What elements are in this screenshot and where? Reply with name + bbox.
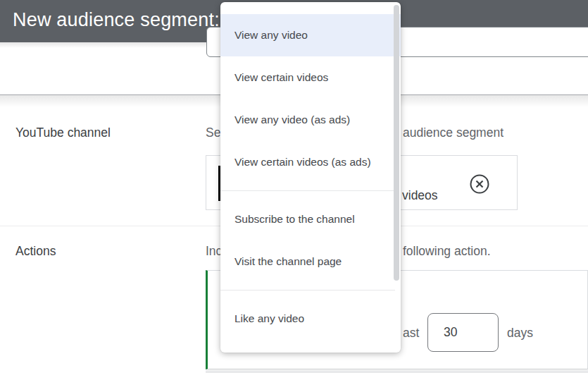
youtube-channel-label: YouTube channel <box>15 126 111 140</box>
actions-description-right: following action. <box>403 244 491 259</box>
menu-item-like-any-video[interactable]: Like any video <box>220 298 401 340</box>
menu-item-subscribe-to-channel[interactable]: Subscribe to the channel <box>220 198 401 240</box>
circle-x-icon <box>470 174 489 194</box>
menu-item-visit-channel-page[interactable]: Visit the channel page <box>220 240 401 283</box>
lookback-days-suffix: days <box>507 326 533 341</box>
menu-item-view-certain-videos[interactable]: View certain videos <box>220 56 401 99</box>
menu-item-view-any-video-as-ads[interactable]: View any video (as ads) <box>220 99 401 141</box>
dropdown-menu: View any video View certain videos View … <box>220 2 401 353</box>
menu-divider <box>220 190 395 191</box>
lookback-days-input[interactable] <box>427 313 499 352</box>
actions-description-left: Inc <box>206 244 222 259</box>
remove-videos-icon[interactable] <box>470 174 489 194</box>
page-title: New audience segment: <box>13 11 220 32</box>
menu-item-view-certain-videos-as-ads[interactable]: View certain videos (as ads) <box>220 141 401 183</box>
action-card-shadow <box>206 370 588 373</box>
new-audience-segment-screen: New audience segment: YouTube channel Se… <box>0 0 588 373</box>
menu-divider <box>220 290 395 291</box>
actions-label: Actions <box>15 244 56 259</box>
lookback-text-left: ast <box>403 326 419 341</box>
youtube-channel-description-right: audience segment <box>403 126 503 140</box>
menu-item-view-any-video[interactable]: View any video <box>220 14 401 56</box>
videos-count-text: videos <box>402 188 438 203</box>
dropdown-scrollbar-thumb[interactable] <box>394 5 399 281</box>
